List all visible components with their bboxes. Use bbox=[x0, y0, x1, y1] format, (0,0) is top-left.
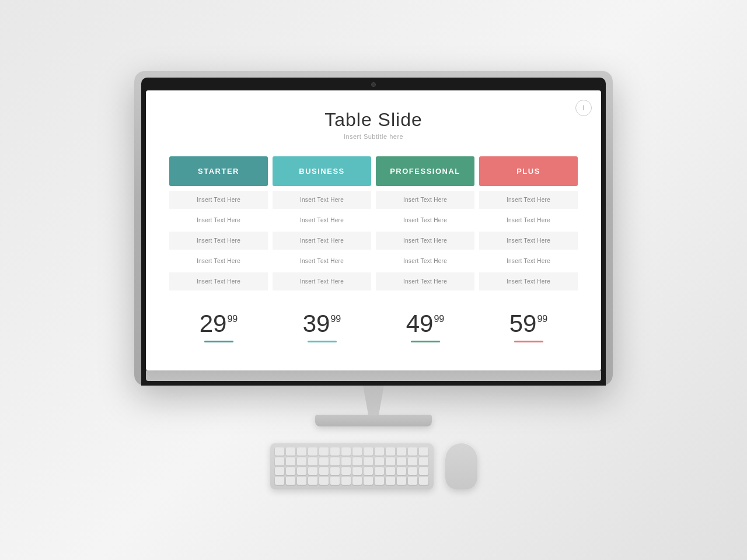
key[interactable] bbox=[419, 457, 428, 466]
key[interactable] bbox=[297, 467, 306, 475]
slide-title: Table Slide bbox=[169, 109, 578, 131]
cell-r0-c2: Insert Text Here bbox=[376, 191, 474, 209]
pricing-footer: 29 99 39 99 bbox=[169, 307, 578, 347]
key[interactable] bbox=[375, 447, 384, 456]
price-underline-plus bbox=[514, 341, 543, 342]
key[interactable] bbox=[297, 477, 306, 485]
price-underline-professional bbox=[411, 341, 440, 342]
key[interactable] bbox=[375, 457, 384, 466]
key[interactable] bbox=[375, 467, 384, 475]
key[interactable] bbox=[408, 447, 417, 456]
key[interactable] bbox=[352, 477, 362, 485]
key[interactable] bbox=[352, 467, 362, 475]
cell-r2-c0: Insert Text Here bbox=[169, 232, 268, 250]
monitor-stand-base bbox=[315, 415, 432, 426]
key[interactable] bbox=[297, 457, 306, 466]
key[interactable] bbox=[275, 467, 284, 475]
key[interactable] bbox=[397, 447, 406, 456]
key[interactable] bbox=[286, 457, 295, 466]
key[interactable] bbox=[386, 467, 395, 475]
key[interactable] bbox=[341, 477, 351, 485]
key[interactable] bbox=[364, 477, 373, 485]
key[interactable] bbox=[286, 447, 295, 456]
key[interactable] bbox=[275, 447, 284, 456]
key[interactable] bbox=[364, 457, 373, 466]
key[interactable] bbox=[375, 477, 384, 485]
scene: i Table Slide Insert Subtitle here START… bbox=[0, 71, 747, 489]
cell-r3-c3: Insert Text Here bbox=[479, 252, 578, 270]
key[interactable] bbox=[319, 477, 329, 485]
key[interactable] bbox=[275, 477, 284, 485]
slide-badge: i bbox=[575, 100, 592, 116]
monitor-screen: i Table Slide Insert Subtitle here START… bbox=[146, 90, 601, 370]
monitor: i Table Slide Insert Subtitle here START… bbox=[134, 71, 613, 386]
key[interactable] bbox=[275, 457, 284, 466]
key[interactable] bbox=[286, 467, 295, 475]
key[interactable] bbox=[330, 467, 340, 475]
cell-r4-c2: Insert Text Here bbox=[376, 272, 474, 290]
plan-header-professional: PROFESSIONAL bbox=[376, 156, 474, 186]
key[interactable] bbox=[330, 447, 340, 456]
price-amount-starter: 29 99 bbox=[174, 312, 263, 336]
key[interactable] bbox=[408, 457, 417, 466]
price-cents-business: 99 bbox=[330, 314, 341, 324]
peripherals bbox=[270, 443, 477, 489]
key[interactable] bbox=[308, 477, 317, 485]
table-row: Insert Text Here Insert Text Here Insert… bbox=[169, 232, 578, 250]
key[interactable] bbox=[308, 447, 317, 456]
key[interactable] bbox=[386, 447, 395, 456]
key[interactable] bbox=[341, 447, 351, 456]
key[interactable] bbox=[308, 457, 317, 466]
monitor-stand-neck bbox=[356, 386, 391, 415]
key[interactable] bbox=[330, 477, 340, 485]
price-block-professional: 49 99 bbox=[376, 307, 474, 347]
plan-header-starter: STARTER bbox=[169, 156, 268, 186]
price-cents-professional: 99 bbox=[434, 314, 444, 324]
key[interactable] bbox=[397, 457, 406, 466]
cell-r3-c0: Insert Text Here bbox=[169, 252, 268, 270]
key[interactable] bbox=[286, 477, 295, 485]
key[interactable] bbox=[341, 467, 351, 475]
table-row: Insert Text Here Insert Text Here Insert… bbox=[169, 272, 578, 290]
monitor-bezel: i Table Slide Insert Subtitle here START… bbox=[141, 78, 606, 386]
price-main-starter: 29 bbox=[200, 312, 227, 336]
price-underline-business bbox=[308, 341, 337, 342]
key[interactable] bbox=[341, 457, 351, 466]
price-main-professional: 49 bbox=[406, 312, 434, 336]
plan-header-plus: PLUS bbox=[479, 156, 578, 186]
key[interactable] bbox=[319, 467, 329, 475]
key[interactable] bbox=[419, 467, 428, 475]
cell-r4-c0: Insert Text Here bbox=[169, 272, 268, 290]
cell-r3-c2: Insert Text Here bbox=[376, 252, 474, 270]
key[interactable] bbox=[297, 447, 306, 456]
cell-r3-c1: Insert Text Here bbox=[273, 252, 371, 270]
cell-r0-c1: Insert Text Here bbox=[273, 191, 371, 209]
key[interactable] bbox=[419, 447, 428, 456]
key[interactable] bbox=[419, 477, 428, 485]
key[interactable] bbox=[319, 457, 329, 466]
price-amount-plus: 59 99 bbox=[484, 312, 573, 336]
cell-r2-c1: Insert Text Here bbox=[273, 232, 371, 250]
key[interactable] bbox=[397, 467, 406, 475]
slide-subtitle: Insert Subtitle here bbox=[169, 133, 578, 140]
keyboard bbox=[270, 443, 434, 489]
key[interactable] bbox=[352, 457, 362, 466]
cell-r1-c1: Insert Text Here bbox=[273, 211, 371, 229]
table-row: Insert Text Here Insert Text Here Insert… bbox=[169, 252, 578, 270]
key[interactable] bbox=[364, 447, 373, 456]
key[interactable] bbox=[364, 467, 373, 475]
key[interactable] bbox=[352, 447, 362, 456]
key[interactable] bbox=[397, 477, 406, 485]
key[interactable] bbox=[386, 457, 395, 466]
plan-header-business: BUSINESS bbox=[273, 156, 371, 186]
price-block-starter: 29 99 bbox=[169, 307, 268, 347]
key[interactable] bbox=[319, 447, 329, 456]
key[interactable] bbox=[308, 467, 317, 475]
cell-r0-c0: Insert Text Here bbox=[169, 191, 268, 209]
key[interactable] bbox=[330, 457, 340, 466]
key[interactable] bbox=[386, 477, 395, 485]
price-amount-professional: 49 99 bbox=[381, 312, 470, 336]
key[interactable] bbox=[408, 467, 417, 475]
price-underline-starter bbox=[204, 341, 233, 342]
key[interactable] bbox=[408, 477, 417, 485]
